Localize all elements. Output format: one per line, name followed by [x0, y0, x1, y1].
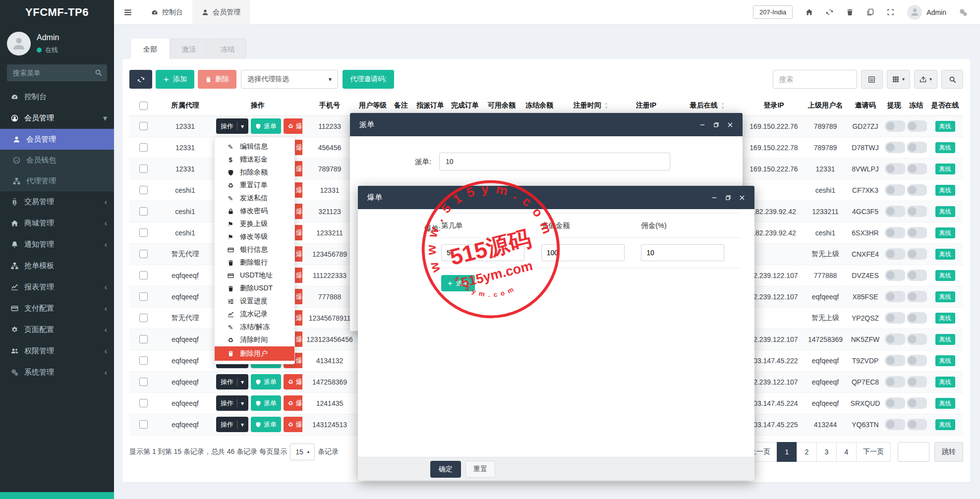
- sidebar-subitem-2[interactable]: 代理管理: [0, 170, 114, 191]
- sidebar-subitem-0[interactable]: 会员管理: [0, 129, 114, 150]
- sidebar-item-4[interactable]: 通知管理‹: [0, 234, 114, 255]
- action-menu-item[interactable]: 删除银行: [215, 256, 294, 269]
- action-menu-item[interactable]: 设置进度: [215, 295, 294, 308]
- trash-icon[interactable]: [846, 8, 854, 16]
- action-menu-item[interactable]: $赠送彩金: [215, 153, 294, 166]
- baodan-field-input-0[interactable]: [441, 244, 524, 261]
- refresh-icon[interactable]: [826, 8, 833, 16]
- freeze-toggle[interactable]: [907, 227, 927, 238]
- withdraw-toggle[interactable]: [885, 376, 905, 388]
- export-button[interactable]: ▾: [914, 70, 937, 89]
- withdraw-toggle[interactable]: [885, 163, 905, 174]
- row-checkbox[interactable]: [139, 314, 148, 322]
- col-header-last_online[interactable]: 最后在线▴▾: [670, 96, 744, 115]
- paidan-button[interactable]: 派单: [251, 395, 281, 411]
- freeze-toggle[interactable]: [907, 333, 927, 345]
- withdraw-toggle[interactable]: [885, 312, 905, 324]
- maximize-icon[interactable]: [725, 195, 731, 201]
- row-checkbox[interactable]: [139, 356, 148, 365]
- row-checkbox[interactable]: [139, 292, 148, 301]
- sidebar-item-2[interactable]: B交易管理‹: [0, 191, 114, 213]
- sidebar-item-3[interactable]: 商城管理‹: [0, 213, 114, 234]
- freeze-toggle[interactable]: [907, 270, 927, 281]
- op-dropdown-button[interactable]: 操作▾: [216, 118, 248, 134]
- baodan-button[interactable]: ♻爆单: [284, 395, 302, 411]
- paidan-button[interactable]: 派单: [251, 118, 281, 134]
- paidan-button[interactable]: 派单: [251, 374, 281, 389]
- action-menu-item[interactable]: 修改密码: [215, 205, 294, 218]
- action-menu-item[interactable]: 删除USDT: [215, 282, 294, 295]
- sidebar-item-0[interactable]: 控制台: [0, 86, 114, 108]
- gears-icon[interactable]: [959, 8, 967, 16]
- page-button-4[interactable]: 4: [836, 442, 857, 462]
- minimize-icon[interactable]: [699, 122, 705, 128]
- withdraw-toggle[interactable]: [885, 142, 905, 153]
- withdraw-toggle[interactable]: [885, 419, 905, 430]
- freeze-toggle[interactable]: [907, 206, 927, 217]
- row-checkbox[interactable]: [139, 271, 148, 279]
- row-checkbox[interactable]: [139, 165, 148, 173]
- freeze-toggle[interactable]: [907, 419, 927, 430]
- top-tab-1[interactable]: 会员管理: [192, 0, 250, 25]
- page-size-select[interactable]: 15▴: [290, 444, 315, 460]
- baodan-button[interactable]: ♻爆单: [284, 374, 302, 389]
- hamburger-icon[interactable]: [114, 8, 142, 17]
- sidebar-item-5[interactable]: 抢单模板: [0, 255, 114, 277]
- freeze-toggle[interactable]: [907, 184, 927, 196]
- home-icon[interactable]: [806, 8, 813, 16]
- top-tab-0[interactable]: 控制台: [142, 0, 192, 25]
- withdraw-toggle[interactable]: [885, 184, 905, 196]
- sidebar-search-input[interactable]: [7, 64, 107, 81]
- delete-button[interactable]: 删除: [198, 70, 236, 89]
- row-checkbox[interactable]: [139, 122, 148, 130]
- baodan-field-input-1[interactable]: [541, 244, 625, 261]
- minimize-icon[interactable]: [711, 195, 717, 201]
- agent-invite-code-button[interactable]: 代理邀请码:: [343, 70, 394, 89]
- row-checkbox[interactable]: [139, 420, 148, 429]
- paidan-input[interactable]: [439, 153, 670, 170]
- jump-page-input[interactable]: [898, 442, 929, 462]
- close-icon[interactable]: [739, 195, 745, 201]
- sidebar-item-10[interactable]: 系统管理‹: [0, 362, 114, 383]
- region-badge[interactable]: 207-India: [753, 5, 793, 19]
- withdraw-toggle[interactable]: [885, 397, 905, 409]
- row-checkbox[interactable]: [139, 143, 148, 152]
- action-menu-item[interactable]: ⚑更换上级: [215, 218, 294, 230]
- page-button-1[interactable]: 1: [777, 442, 797, 462]
- freeze-toggle[interactable]: [907, 376, 927, 388]
- baodan-button[interactable]: ♻爆单: [284, 118, 302, 134]
- agent-filter-select[interactable]: 选择代理筛选▾: [241, 70, 338, 89]
- freeze-toggle[interactable]: [907, 397, 927, 409]
- baodan-field-input-2[interactable]: [641, 244, 724, 261]
- withdraw-toggle[interactable]: [885, 291, 905, 302]
- sort-icons[interactable]: ▴▾: [605, 101, 608, 110]
- filter-tab-0[interactable]: 全部: [131, 39, 169, 59]
- filter-tab-2[interactable]: 冻结: [209, 39, 246, 59]
- copy-icon[interactable]: [866, 8, 874, 16]
- action-menu-item[interactable]: 扣除余额: [215, 166, 294, 179]
- action-menu-item[interactable]: ✎发送私信: [215, 192, 294, 205]
- filter-tab-1[interactable]: 激活: [170, 39, 208, 59]
- paidan-button[interactable]: 派单: [251, 417, 281, 432]
- jump-button[interactable]: 跳转: [934, 442, 963, 462]
- action-menu-item[interactable]: 流水记录: [215, 308, 294, 321]
- row-checkbox[interactable]: [139, 186, 148, 194]
- row-checkbox[interactable]: [139, 228, 148, 237]
- search-button[interactable]: [941, 70, 963, 89]
- add-button[interactable]: 添加: [156, 70, 194, 89]
- action-menu-item[interactable]: USDT地址: [215, 269, 294, 282]
- confirm-button[interactable]: 确定: [430, 461, 461, 478]
- page-button-2[interactable]: 2: [797, 442, 817, 462]
- maximize-icon[interactable]: [713, 122, 719, 128]
- baodan-button[interactable]: ♻爆单: [284, 417, 302, 432]
- select-all-checkbox[interactable]: [139, 102, 148, 110]
- withdraw-toggle[interactable]: [885, 248, 905, 260]
- row-checkbox[interactable]: [139, 378, 148, 386]
- withdraw-toggle[interactable]: [885, 120, 905, 132]
- columns-button[interactable]: ▾: [887, 70, 910, 89]
- sort-icons[interactable]: ▴▾: [722, 101, 724, 110]
- refresh-button[interactable]: [129, 70, 152, 89]
- pagination-toggle-button[interactable]: [861, 70, 883, 89]
- sidebar-item-9[interactable]: 权限管理‹: [0, 340, 114, 362]
- action-menu-item[interactable]: ✎编辑信息: [215, 140, 294, 153]
